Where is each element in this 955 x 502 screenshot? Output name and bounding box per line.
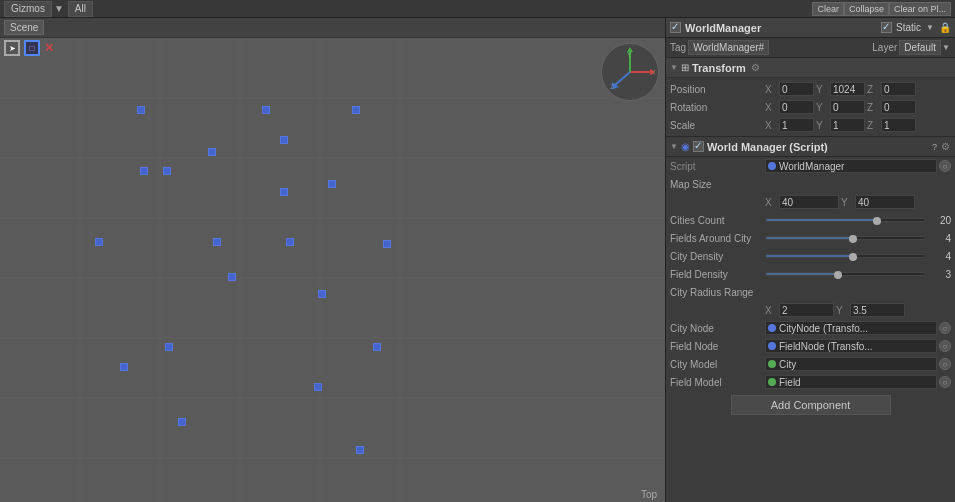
pos-z-field[interactable] xyxy=(881,82,916,96)
static-checkbox[interactable] xyxy=(881,22,892,33)
field-model-field[interactable]: Field xyxy=(765,375,937,389)
collapse-button[interactable]: Collapse xyxy=(844,2,889,16)
scale-y-field[interactable] xyxy=(830,118,865,132)
clear-on-play-button[interactable]: Clear on Pl... xyxy=(889,2,951,16)
rot-y-field[interactable] xyxy=(830,100,865,114)
transform-icon: ⊞ xyxy=(681,62,689,73)
script-field[interactable]: WorldManager xyxy=(765,159,937,173)
city-radius-label: City Radius Range xyxy=(670,287,765,298)
gizmo-widget[interactable]: X Y Z xyxy=(601,43,661,103)
layer-label: Layer xyxy=(872,42,897,53)
map-x-field[interactable] xyxy=(779,195,839,209)
scale-x-field[interactable] xyxy=(779,118,814,132)
rot-x-field[interactable] xyxy=(779,100,814,114)
city-node-select-btn[interactable]: ○ xyxy=(939,322,951,334)
cities-count-slider-container: 20 xyxy=(765,215,951,226)
city-node-field[interactable]: CityNode (Transfo... xyxy=(765,321,937,335)
gameobject-name: WorldManager xyxy=(685,22,761,34)
clear-button[interactable]: Clear xyxy=(812,2,844,16)
city-model-label: City Model xyxy=(670,359,765,370)
tag-button[interactable]: WorldManager# xyxy=(688,40,769,55)
add-component-button[interactable]: Add Component xyxy=(731,395,891,415)
blue-square xyxy=(314,383,322,391)
field-density-slider-container: 3 xyxy=(765,269,951,280)
radius-y-field[interactable] xyxy=(850,303,905,317)
radius-x-field[interactable] xyxy=(779,303,834,317)
active-checkbox[interactable] xyxy=(670,22,681,33)
layer-dropdown-arrow[interactable]: ▼ xyxy=(941,43,951,52)
fields-around-city-thumb[interactable] xyxy=(849,235,857,243)
city-model-field[interactable]: City xyxy=(765,357,937,371)
field-node-field[interactable]: FieldNode (Transfo... xyxy=(765,339,937,353)
field-model-value: Field xyxy=(779,377,801,388)
wm-gear-icon[interactable]: ⚙ xyxy=(939,141,951,153)
inspector-panel: WorldManager Static ▼ 🔒 Tag WorldManager… xyxy=(665,18,955,502)
field-density-fill xyxy=(766,273,838,275)
tag-layer-row: Tag WorldManager# Layer Default ▼ xyxy=(666,38,955,58)
field-node-select-btn[interactable]: ○ xyxy=(939,340,951,352)
blue-square xyxy=(383,240,391,248)
city-density-row: City Density 4 xyxy=(666,247,955,265)
world-manager-header[interactable]: ▼ ◉ World Manager (Script) ? ⚙ xyxy=(666,137,955,157)
svg-text:X: X xyxy=(651,69,655,76)
blue-square xyxy=(165,343,173,351)
transform-header[interactable]: ▼ ⊞ Transform ⚙ xyxy=(666,58,955,78)
blue-square xyxy=(280,136,288,144)
cities-count-thumb[interactable] xyxy=(873,217,881,225)
blue-square xyxy=(213,238,221,246)
cities-count-track[interactable] xyxy=(765,218,926,222)
scale-x-label: X xyxy=(765,120,777,131)
map-x-label: X xyxy=(765,197,777,208)
field-model-select-btn[interactable]: ○ xyxy=(939,376,951,388)
city-density-track[interactable] xyxy=(765,254,926,258)
script-row: Script WorldManager ○ xyxy=(666,157,955,175)
city-model-row: City Model City ○ xyxy=(666,355,955,373)
script-dot xyxy=(768,162,776,170)
cities-count-row: Cities Count 20 xyxy=(666,211,955,229)
blue-square xyxy=(356,446,364,454)
gizmos-button[interactable]: Gizmos xyxy=(4,1,52,17)
pos-x-field[interactable] xyxy=(779,82,814,96)
layer-button[interactable]: Default xyxy=(899,40,941,55)
city-density-slider-container: 4 xyxy=(765,251,951,262)
rotation-label: Rotation xyxy=(670,102,765,113)
lock-icon[interactable]: 🔒 xyxy=(939,22,951,34)
all-button[interactable]: All xyxy=(68,1,93,17)
blue-square xyxy=(280,188,288,196)
scene-view[interactable]: Scene X xyxy=(0,18,665,502)
transform-gear-icon[interactable]: ⚙ xyxy=(750,62,762,74)
scene-header: Scene xyxy=(0,18,665,38)
fields-around-city-track[interactable] xyxy=(765,236,926,240)
scene-canvas[interactable]: X Y Z ➤ □ ✕ Top xyxy=(0,18,665,502)
field-density-track[interactable] xyxy=(765,272,926,276)
city-density-thumb[interactable] xyxy=(849,253,857,261)
scene-tab[interactable]: Scene xyxy=(4,20,44,35)
transform-title: Transform xyxy=(692,62,746,74)
wm-foldout-arrow: ▼ xyxy=(670,142,678,151)
gameobject-header: WorldManager Static ▼ 🔒 xyxy=(666,18,955,38)
blue-square xyxy=(140,167,148,175)
gizmo-circle[interactable]: X Y Z xyxy=(601,43,659,101)
position-row: Position X Y Z xyxy=(666,80,955,98)
svg-text:Y: Y xyxy=(627,51,632,58)
script-select-btn[interactable]: ○ xyxy=(939,160,951,172)
blue-square xyxy=(137,106,145,114)
cities-count-label: Cities Count xyxy=(670,215,765,226)
field-node-dot xyxy=(768,342,776,350)
city-node-row: City Node CityNode (Transfo... ○ xyxy=(666,319,955,337)
pos-y-field[interactable] xyxy=(830,82,865,96)
pos-y-label: Y xyxy=(816,84,828,95)
map-y-field[interactable] xyxy=(855,195,915,209)
static-dropdown-arrow[interactable]: ▼ xyxy=(925,23,935,32)
field-density-thumb[interactable] xyxy=(834,271,842,279)
field-node-row: Field Node FieldNode (Transfo... ○ xyxy=(666,337,955,355)
wm-help-icon[interactable]: ? xyxy=(932,142,937,152)
script-value: WorldManager xyxy=(779,161,844,172)
rot-z-field[interactable] xyxy=(881,100,916,114)
fields-around-city-value: 4 xyxy=(929,233,951,244)
blue-square xyxy=(286,238,294,246)
wm-enabled-checkbox[interactable] xyxy=(693,141,704,152)
scale-z-field[interactable] xyxy=(881,118,916,132)
city-model-select-btn[interactable]: ○ xyxy=(939,358,951,370)
wm-icon: ◉ xyxy=(681,141,690,152)
